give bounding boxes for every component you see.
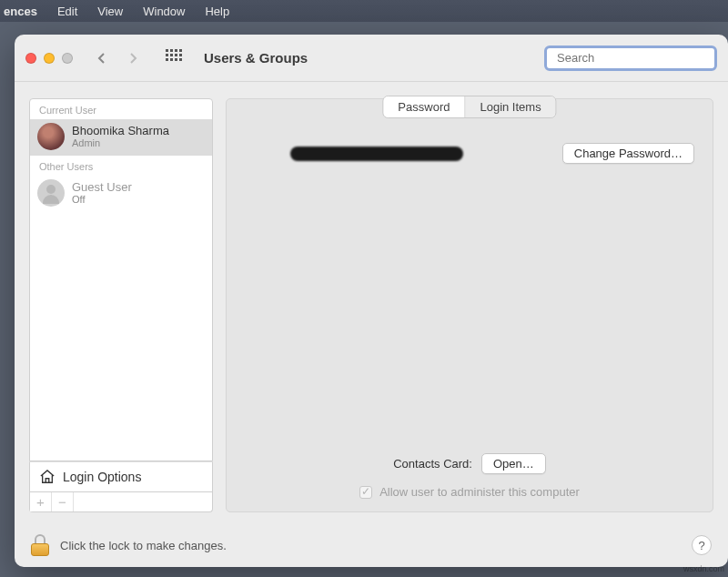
tabs: Password Login Items <box>382 96 556 118</box>
search-input[interactable] <box>557 51 710 65</box>
menu-window[interactable]: Window <box>143 5 185 18</box>
menu-help[interactable]: Help <box>205 5 229 18</box>
user-name: Bhoomika Sharma <box>72 124 169 138</box>
other-users-header: Other Users <box>30 156 212 176</box>
system-menubar: ences Edit View Window Help <box>0 0 728 22</box>
avatar <box>37 179 65 207</box>
search-field[interactable] <box>544 46 717 71</box>
footer: Click the lock to make changes. ? <box>15 523 728 567</box>
help-button[interactable]: ? <box>692 535 712 555</box>
watermark: wsxdn.com <box>683 564 724 573</box>
close-icon[interactable] <box>25 53 36 64</box>
house-icon <box>39 470 56 484</box>
chevron-right-icon <box>128 52 137 65</box>
preferences-window: Users & Groups Current User Bhoomika Sha… <box>15 35 728 567</box>
contacts-card-label: Contacts Card: <box>393 457 472 471</box>
redacted-username <box>290 147 463 161</box>
user-row-guest[interactable]: Guest User Off <box>30 176 212 212</box>
titlebar: Users & Groups <box>15 35 728 82</box>
open-contacts-button[interactable]: Open… <box>481 453 546 474</box>
user-name: Guest User <box>72 180 132 195</box>
change-password-button[interactable]: Change Password… <box>562 143 694 164</box>
tab-login-items[interactable]: Login Items <box>464 96 555 117</box>
tab-password[interactable]: Password <box>383 96 464 117</box>
zoom-icon <box>62 53 73 64</box>
show-all-icon[interactable] <box>166 49 184 67</box>
chevron-left-icon <box>97 52 106 65</box>
window-controls <box>25 53 73 64</box>
current-user-header: Current User <box>30 99 212 119</box>
main-panel: Password Login Items Change Password… Co… <box>226 98 713 512</box>
admin-checkbox <box>359 486 372 499</box>
menu-app[interactable]: ences <box>4 5 37 18</box>
admin-checkbox-label: Allow user to administer this computer <box>379 485 580 499</box>
add-user-button[interactable]: + <box>30 492 52 511</box>
lock-button[interactable] <box>31 534 49 556</box>
login-options-label: Login Options <box>63 470 141 484</box>
menu-view[interactable]: View <box>97 5 123 18</box>
users-sidebar: Current User Bhoomika Sharma Admin Other… <box>29 98 213 512</box>
user-role: Admin <box>72 137 169 149</box>
menu-edit[interactable]: Edit <box>57 5 77 18</box>
forward-button[interactable] <box>120 47 146 69</box>
window-title: Users & Groups <box>204 50 308 66</box>
remove-user-button[interactable]: − <box>52 492 74 511</box>
avatar <box>37 123 65 150</box>
user-row-current[interactable]: Bhoomika Sharma Admin <box>30 119 212 156</box>
user-status: Off <box>72 194 132 206</box>
back-button[interactable] <box>89 47 115 69</box>
login-options-button[interactable]: Login Options <box>29 461 213 492</box>
minimize-icon[interactable] <box>44 53 55 64</box>
lock-hint-text: Click the lock to make changes. <box>60 539 681 552</box>
